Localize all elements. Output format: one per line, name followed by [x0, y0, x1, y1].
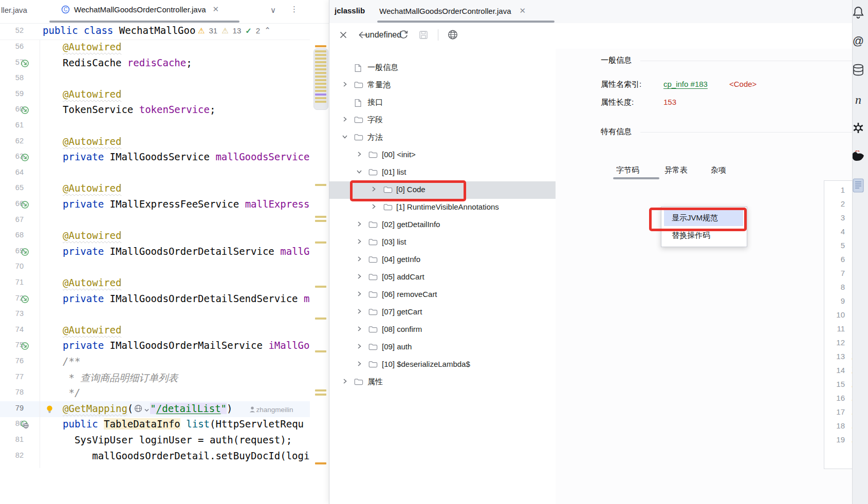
- chevron-down-icon[interactable]: ∨: [270, 6, 276, 15]
- code-line[interactable]: 73: [0, 307, 329, 323]
- code-line[interactable]: 65@Autowired: [0, 181, 329, 197]
- tree-row[interactable]: [02] getDetailInfo: [329, 216, 556, 234]
- tree-row[interactable]: 属性: [329, 374, 556, 391]
- stripe-mark[interactable]: [315, 45, 326, 47]
- code-line[interactable]: 59@Autowired: [0, 87, 329, 103]
- tree-row[interactable]: [05] addCart: [329, 269, 556, 286]
- spring-bean-icon[interactable]: [21, 153, 29, 162]
- tree-row[interactable]: [03] list: [329, 234, 556, 251]
- stripe-mark[interactable]: [315, 286, 326, 288]
- editor-active-tab[interactable]: C WechatMallGoodsOrderController.java ✕: [61, 5, 219, 14]
- tree-row[interactable]: [01] list: [329, 164, 556, 181]
- code-line[interactable]: 67: [0, 213, 329, 229]
- stripe-mark[interactable]: [315, 65, 326, 67]
- tree-row[interactable]: [00] <init>: [329, 146, 556, 164]
- stripe-mark[interactable]: [315, 462, 326, 464]
- spring-bean-icon[interactable]: [21, 106, 29, 115]
- chevron-right-icon[interactable]: [356, 361, 362, 367]
- tab-partial[interactable]: ller.java: [1, 6, 27, 14]
- tree-row[interactable]: [07] getCart: [329, 304, 556, 321]
- code-line[interactable]: 66private IMallExpressFeeService mallExp…: [0, 197, 329, 213]
- tree-row[interactable]: 字段: [329, 111, 556, 129]
- code-line[interactable]: 68@Autowired: [0, 228, 329, 244]
- code-line[interactable]: 71@Autowired: [0, 275, 329, 291]
- jclasslib-active-tab[interactable]: WechatMallGoodsOrderController.java ✕: [379, 6, 526, 15]
- tab-异常表[interactable]: 异常表: [664, 165, 688, 175]
- chevron-right-icon[interactable]: [356, 291, 362, 297]
- request-mapping-icon[interactable]: [21, 420, 29, 429]
- tree-row[interactable]: [06] removeCart: [329, 286, 556, 304]
- code-line[interactable]: 81 SysVipUser loginUser = auth(request);: [0, 433, 329, 449]
- stripe-mark[interactable]: [315, 68, 326, 70]
- forward-icon[interactable]: undefined: [378, 29, 389, 41]
- chevron-right-icon[interactable]: [342, 116, 348, 122]
- code-line[interactable]: 78 */: [0, 385, 329, 401]
- structure-tree[interactable]: 一般信息常量池接口字段方法[00] <init>[01] list[0] Cod…: [329, 49, 556, 504]
- chevron-right-icon[interactable]: [356, 343, 362, 349]
- stripe-mark[interactable]: [315, 394, 326, 396]
- chevron-right-icon[interactable]: [356, 326, 362, 332]
- at-icon[interactable]: @: [852, 33, 867, 50]
- code-line[interactable]: 75private IMallGoodsOrderMailService iMa…: [0, 338, 329, 354]
- code-line[interactable]: 79@GetMapping("/detailList")zhangmeilin: [0, 401, 329, 417]
- tab-字节码[interactable]: 字节码: [616, 165, 639, 175]
- close-icon[interactable]: ✕: [520, 6, 526, 15]
- tree-row[interactable]: 一般信息: [329, 59, 556, 77]
- stripe-mark[interactable]: [315, 58, 326, 60]
- code-line[interactable]: 61: [0, 118, 329, 134]
- stripe-mark[interactable]: [315, 50, 326, 52]
- stripe-mark[interactable]: [315, 86, 326, 88]
- tree-row[interactable]: [04] getInfo: [329, 251, 556, 269]
- chevron-down-icon[interactable]: [342, 134, 348, 140]
- spring-bean-icon[interactable]: [21, 248, 29, 256]
- stripe-mark[interactable]: [315, 90, 326, 92]
- chevron-right-icon[interactable]: [356, 273, 362, 279]
- save-icon[interactable]: [418, 29, 429, 41]
- spring-bean-icon[interactable]: [21, 295, 29, 304]
- intention-bulb-icon[interactable]: [45, 405, 54, 414]
- chevron-right-icon[interactable]: [356, 151, 362, 157]
- stripe-mark[interactable]: [315, 389, 326, 391]
- editor-scrollbar-stripe[interactable]: [310, 24, 329, 468]
- spring-bean-icon[interactable]: [21, 200, 29, 209]
- inspection-widget[interactable]: ⚠ 31 ⚠ 13 ✓ 2 ⌃: [198, 26, 271, 35]
- chevron-right-icon[interactable]: [356, 256, 362, 262]
- chevron-right-icon[interactable]: [356, 308, 362, 314]
- stripe-mark[interactable]: [315, 97, 326, 99]
- code-line[interactable]: 77 * 查询商品明细订单列表: [0, 370, 329, 386]
- stripe-mark[interactable]: [315, 216, 326, 218]
- attr-name-link[interactable]: cp_info #183: [663, 80, 708, 88]
- web-icon[interactable]: [447, 29, 458, 41]
- tree-row[interactable]: [08] confirm: [329, 321, 556, 339]
- spring-bean-icon[interactable]: [21, 342, 29, 350]
- code-line[interactable]: 58: [0, 71, 329, 87]
- tab-杂项[interactable]: 杂项: [711, 165, 726, 175]
- chevron-right-icon[interactable]: [342, 81, 348, 87]
- stripe-mark[interactable]: [315, 94, 326, 96]
- code-line[interactable]: 70: [0, 259, 329, 275]
- stripe-mark[interactable]: [315, 184, 326, 186]
- stripe-mark[interactable]: [315, 54, 326, 56]
- code-line[interactable]: 80public TableDataInfo list(HttpServletR…: [0, 417, 329, 433]
- stripe-mark[interactable]: [315, 79, 326, 81]
- close-icon[interactable]: [338, 29, 349, 41]
- stripe-mark[interactable]: [315, 350, 326, 352]
- tree-row[interactable]: 常量池: [329, 77, 556, 94]
- code-line[interactable]: 56@Autowired: [0, 40, 329, 55]
- chevron-right-icon[interactable]: [342, 378, 348, 384]
- code-line[interactable]: 82 mallGoodsOrderDetail.setBuyDocId(logi: [0, 449, 329, 464]
- code-line[interactable]: 57RedisCache redisCache;: [0, 55, 329, 71]
- tree-row[interactable]: 方法: [329, 129, 556, 146]
- more-options-icon[interactable]: ⋮: [290, 5, 298, 14]
- stripe-mark[interactable]: [315, 72, 326, 74]
- code-line[interactable]: 62@Autowired: [0, 134, 329, 150]
- stripe-mark[interactable]: [315, 83, 326, 85]
- stripe-mark[interactable]: [315, 241, 326, 244]
- spring-bean-icon[interactable]: [21, 59, 29, 68]
- chevron-down-icon[interactable]: [356, 169, 362, 175]
- code-line[interactable]: 69private IMallGoodsOrderDetailService m…: [0, 244, 329, 260]
- tree-row[interactable]: [10] $deserializeLambda$: [329, 356, 556, 374]
- code-line[interactable]: 60TokenService tokenService;: [0, 102, 329, 118]
- n-icon[interactable]: n: [852, 91, 867, 109]
- code-line[interactable]: 74@Autowired: [0, 323, 329, 339]
